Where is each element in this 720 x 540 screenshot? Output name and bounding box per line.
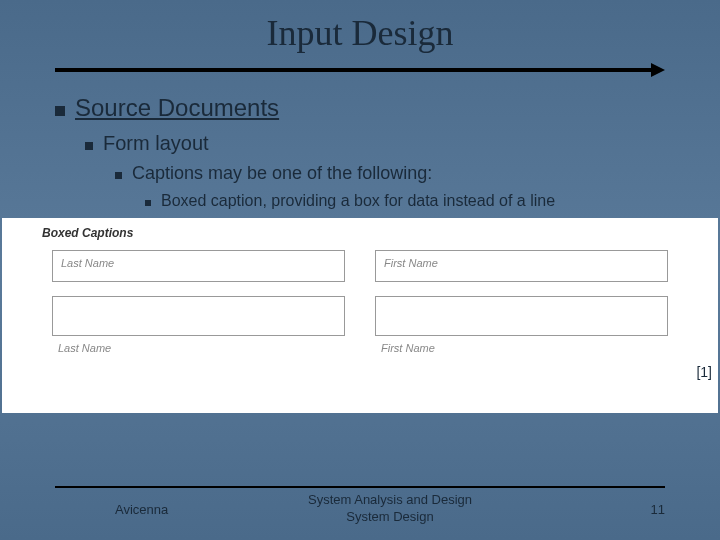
figure-row-1: Last Name First Name — [52, 250, 668, 282]
citation-ref: [1] — [696, 364, 712, 380]
level1-text: Source Documents — [75, 94, 279, 122]
footer-course-line1: System Analysis and Design — [308, 492, 472, 507]
slide-footer: Avicenna System Analysis and Design Syst… — [55, 492, 665, 526]
bullet-level2: Form layout — [85, 132, 665, 155]
input-box-empty — [52, 296, 345, 336]
footer-author: Avicenna — [55, 502, 277, 517]
box-label-below: First Name — [375, 342, 668, 354]
level4-text: Boxed caption, providing a box for data … — [161, 192, 555, 210]
boxed-captions-figure: Boxed Captions Last Name First Name Last… — [2, 218, 718, 413]
bullet-level1: Source Documents — [55, 94, 665, 122]
square-bullet-icon — [85, 142, 93, 150]
input-box-empty — [375, 296, 668, 336]
slide-title: Input Design — [0, 0, 720, 54]
box-label: Last Name — [61, 257, 114, 269]
square-bullet-icon — [55, 106, 65, 116]
input-box-firstname: First Name — [375, 250, 668, 282]
footer-course: System Analysis and Design System Design — [277, 492, 503, 526]
figure-heading: Boxed Captions — [42, 226, 708, 240]
figure-row-3-labels: Last Name First Name — [52, 342, 668, 354]
input-box-lastname: Last Name — [52, 250, 345, 282]
figure-row-2 — [52, 296, 668, 336]
box-label: First Name — [384, 257, 438, 269]
content-area: Source Documents Form layout Captions ma… — [0, 74, 720, 210]
square-bullet-icon — [145, 200, 151, 206]
level2-text: Form layout — [103, 132, 209, 155]
footer-divider — [55, 486, 665, 488]
box-label-below: Last Name — [52, 342, 345, 354]
square-bullet-icon — [115, 172, 122, 179]
bullet-level3: Captions may be one of the following: — [115, 163, 665, 184]
title-divider-arrow — [55, 66, 665, 74]
level3-text: Captions may be one of the following: — [132, 163, 432, 184]
bullet-level4: Boxed caption, providing a box for data … — [145, 192, 665, 210]
footer-course-line2: System Design — [346, 509, 433, 524]
page-number: 11 — [503, 502, 665, 517]
